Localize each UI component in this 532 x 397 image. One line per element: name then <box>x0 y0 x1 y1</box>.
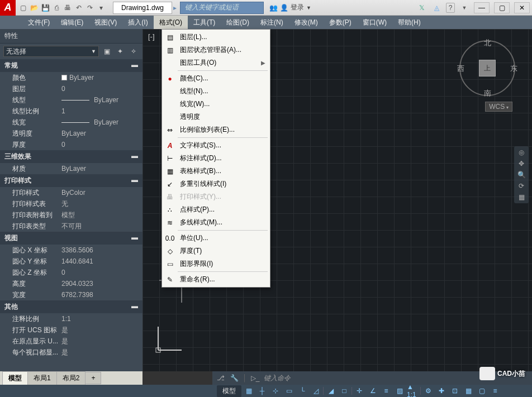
format-menu-item-19[interactable]: ◇厚度(T) <box>162 245 270 257</box>
undo-icon[interactable]: ↶ <box>74 3 84 13</box>
prop-row-4-0[interactable]: 注释比例1:1 <box>0 313 142 324</box>
menu-item-0[interactable]: 文件(F) <box>22 16 55 29</box>
orbit-icon[interactable]: ⟳ <box>519 182 524 190</box>
login-dropdown-icon[interactable]: ▼ <box>306 5 311 11</box>
format-menu-item-20[interactable]: ▭图形界限(I) <box>162 257 270 270</box>
cmd-customize-icon[interactable]: ⎇ <box>216 373 226 383</box>
section-0[interactable]: 常规▬ <box>0 59 142 72</box>
doc-tab-arrow-icon[interactable]: ▸ <box>173 4 177 12</box>
ortho-icon[interactable]: └ <box>296 386 308 396</box>
prop-row-0-6[interactable]: 厚度0 <box>0 139 142 150</box>
quick-select-icon[interactable]: ✦ <box>115 46 126 57</box>
isodraft-icon[interactable]: ◢ <box>325 386 337 396</box>
close-button[interactable]: ✕ <box>514 2 530 13</box>
clean-screen-icon[interactable]: ▢ <box>476 386 488 396</box>
layout-tab-0[interactable]: 模型 <box>2 371 28 385</box>
help-icon[interactable]: ? <box>446 3 455 13</box>
compass-east[interactable]: 东 <box>510 64 517 74</box>
format-menu-item-1[interactable]: ▥图层状态管理器(A)... <box>162 44 270 56</box>
section-1[interactable]: 三维效果▬ <box>0 150 142 163</box>
layout-tab-1[interactable]: 布局1 <box>27 371 57 385</box>
format-menu-item-6[interactable]: 线宽(W)... <box>162 98 270 111</box>
prop-row-2-3[interactable]: 打印表类型不可用 <box>0 221 142 232</box>
open-icon[interactable]: 📂 <box>29 3 39 13</box>
menu-item-9[interactable]: 参数(P) <box>324 16 357 29</box>
prop-row-2-1[interactable]: 打印样式表无 <box>0 198 142 209</box>
search-input[interactable]: 键入关键字或短语 <box>180 2 264 14</box>
otrack-icon[interactable]: ∠ <box>367 386 379 396</box>
format-menu-item-7[interactable]: 透明度 <box>162 111 270 123</box>
format-menu-item-4[interactable]: ●颜色(C)... <box>162 72 270 85</box>
prop-row-0-0[interactable]: 颜色ByLayer <box>0 72 142 83</box>
format-menu-item-2[interactable]: 图层工具(O)▶ <box>162 56 270 69</box>
section-3[interactable]: 视图▬ <box>0 232 142 245</box>
showmotion-icon[interactable]: ▦ <box>519 193 525 201</box>
transparency-icon[interactable]: ▨ <box>393 386 406 396</box>
prop-row-0-4[interactable]: 线宽 ByLayer <box>0 117 142 128</box>
login-button[interactable]: 登录 <box>291 3 304 12</box>
workspace-icon[interactable]: ⚙ <box>422 386 434 396</box>
wcs-badge[interactable]: WCS ▾ <box>485 102 512 112</box>
section-2[interactable]: 打印样式▬ <box>0 174 142 187</box>
menu-item-4[interactable]: 格式(O) <box>154 16 188 29</box>
format-menu-item-8[interactable]: ⇔比例缩放列表(E)... <box>162 123 270 136</box>
prop-row-2-0[interactable]: 打印样式ByColor <box>0 187 142 198</box>
format-menu-item-11[interactable]: ⊢标注样式(D)... <box>162 152 270 165</box>
lineweight-icon[interactable]: ≡ <box>380 386 392 396</box>
prop-row-3-4[interactable]: 宽度6782.7398 <box>0 289 142 300</box>
prop-row-3-0[interactable]: 圆心 X 坐标3386.5606 <box>0 245 142 256</box>
menu-item-5[interactable]: 工具(T) <box>188 16 221 29</box>
prop-row-1-0[interactable]: 材质ByLayer <box>0 163 142 174</box>
3dosnap-icon[interactable]: ✛ <box>353 386 365 396</box>
prop-row-4-2[interactable]: 在原点显示 U...是 <box>0 336 142 347</box>
format-menu-item-12[interactable]: ▦表格样式(B)... <box>162 165 270 178</box>
redo-icon[interactable]: ↷ <box>85 3 95 13</box>
compass-west[interactable]: 西 <box>457 64 464 74</box>
customize-status-icon[interactable]: ≡ <box>489 386 501 396</box>
ann-monitor-icon[interactable]: ✚ <box>435 386 448 396</box>
menu-item-10[interactable]: 窗口(W) <box>357 16 392 29</box>
menu-item-6[interactable]: 绘图(D) <box>221 16 255 29</box>
menu-item-7[interactable]: 标注(N) <box>255 16 289 29</box>
format-menu-item-16[interactable]: ≋多线样式(M)... <box>162 216 270 229</box>
prop-row-0-5[interactable]: 透明度ByLayer <box>0 128 142 139</box>
snap-toggle-icon[interactable]: ┼ <box>256 386 268 396</box>
select-button[interactable]: ▣ <box>101 46 112 57</box>
prop-row-3-2[interactable]: 圆心 Z 坐标0 <box>0 267 142 278</box>
prop-row-0-1[interactable]: 图层0 <box>0 83 142 94</box>
filter-icon[interactable]: ✧ <box>128 46 139 57</box>
selection-dropdown[interactable]: 无选择 ▼ <box>3 46 99 57</box>
units-icon[interactable]: ⊡ <box>449 386 461 396</box>
compass-south[interactable]: 南 <box>484 88 491 98</box>
prop-row-0-3[interactable]: 线型比例1 <box>0 106 142 117</box>
cmd-tools-icon[interactable]: 🔧 <box>229 373 239 383</box>
format-menu-item-22[interactable]: ✎重命名(R)... <box>162 273 270 286</box>
new-icon[interactable]: ▢ <box>18 3 28 13</box>
menu-item-3[interactable]: 插入(I) <box>122 16 153 29</box>
polar-icon[interactable]: ◿ <box>310 386 322 396</box>
format-menu-item-13[interactable]: ↙多重引线样式(I) <box>162 178 270 190</box>
section-4[interactable]: 其他▬ <box>0 300 142 313</box>
format-menu-item-18[interactable]: 0.0单位(U)... <box>162 232 270 245</box>
save-icon[interactable]: 💾 <box>40 3 50 13</box>
prop-row-3-3[interactable]: 高度2904.0323 <box>0 278 142 289</box>
add-layout-button[interactable]: + <box>85 372 101 384</box>
menu-item-11[interactable]: 帮助(H) <box>392 16 426 29</box>
zoom-icon[interactable]: 🔍 <box>517 171 526 179</box>
menu-item-1[interactable]: 编辑(E) <box>55 16 89 29</box>
menu-item-2[interactable]: 视图(V) <box>89 16 122 29</box>
compass-north[interactable]: 北 <box>484 38 491 48</box>
view-cube[interactable]: 北 南 东 西 上 <box>459 40 515 96</box>
layout-tab-2[interactable]: 布局2 <box>56 371 86 385</box>
prop-row-4-3[interactable]: 每个视口都显...是 <box>0 347 142 358</box>
infer-icon[interactable]: ⊹ <box>269 386 282 396</box>
cube-top-face[interactable]: 上 <box>479 60 496 76</box>
minimize-button[interactable]: — <box>474 2 490 13</box>
exchange-icon[interactable]: 𝕏 <box>417 3 427 13</box>
grid-toggle-icon[interactable]: ▦ <box>243 386 255 396</box>
document-tab[interactable]: Drawing1.dwg <box>113 2 172 14</box>
format-menu-item-5[interactable]: 线型(N)... <box>162 85 270 98</box>
quickprops-icon[interactable]: ▦ <box>462 386 474 396</box>
qat-more-icon[interactable]: ▾ <box>96 3 106 13</box>
prop-row-3-1[interactable]: 圆心 Y 坐标1440.6841 <box>0 256 142 267</box>
